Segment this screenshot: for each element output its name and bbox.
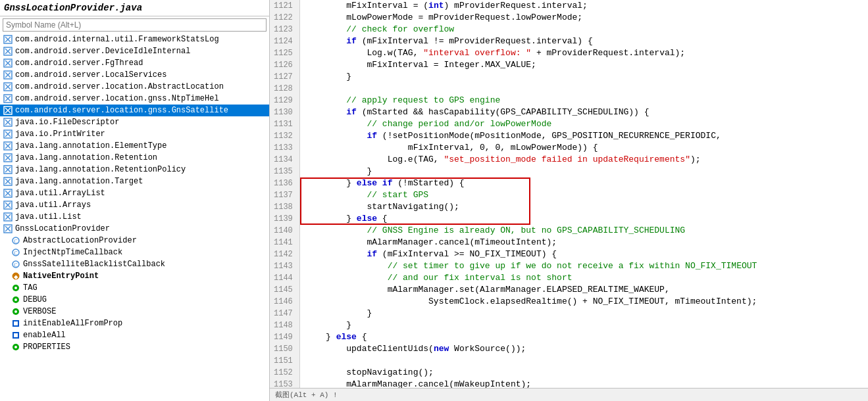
tree-icon-item19: C bbox=[11, 247, 21, 258]
line-num-1142: 1142 bbox=[274, 248, 295, 260]
code-line-1141: mAlarmManager.cancel(mTimeoutIntent); bbox=[305, 237, 863, 248]
line-num-1124: 1124 bbox=[274, 35, 295, 47]
code-line-1150: updateClientUids(new WorkSource()); bbox=[305, 343, 863, 355]
line-num-1139: 1139 bbox=[274, 213, 295, 225]
tree-icon-item23 bbox=[11, 295, 21, 305]
line-num-1151: 1151 bbox=[274, 355, 295, 367]
tree-icon-item10 bbox=[3, 141, 13, 151]
line-num-1132: 1132 bbox=[274, 130, 295, 142]
tree-item-item20[interactable]: C GnssSatelliteBlacklistCallback bbox=[0, 258, 269, 270]
line-num-1148: 1148 bbox=[274, 319, 295, 331]
tree-item-item9[interactable]: java.io.PrintWriter bbox=[0, 128, 269, 140]
code-line-1127: } bbox=[305, 71, 863, 83]
tree-item-item22[interactable]: TAG bbox=[0, 282, 269, 294]
line-num-1133: 1133 bbox=[274, 142, 295, 154]
line-num-1123: 1123 bbox=[274, 24, 295, 35]
tree-icon-item27 bbox=[11, 342, 21, 352]
tree-item-item24[interactable]: VERBOSE bbox=[0, 306, 269, 318]
code-line-1138: startNavigating(); bbox=[305, 201, 863, 213]
line-num-1150: 1150 bbox=[274, 343, 295, 355]
tree-item-item8[interactable]: java.io.FileDescriptor bbox=[0, 116, 269, 128]
tree-item-item4[interactable]: com.android.server.LocalServices bbox=[0, 69, 269, 81]
code-line-1151 bbox=[305, 355, 863, 367]
tree-item-item26[interactable]: enableAll bbox=[0, 329, 269, 341]
tree-item-item15[interactable]: java.util.Arrays bbox=[0, 199, 269, 211]
line-num-1144: 1144 bbox=[274, 272, 295, 284]
tree-item-item10[interactable]: java.lang.annotation.ElementType bbox=[0, 140, 269, 152]
tree-label-item21: NativeEntryPoint bbox=[23, 271, 99, 281]
code-line-1146: SystemClock.elapsedRealtime() + NO_FIX_T… bbox=[305, 296, 863, 308]
tree-label-item26: enableAll bbox=[23, 331, 66, 340]
code-container: 1121112211231124112511261127112811291130… bbox=[270, 0, 868, 401]
panel-title: GnssLocationProvider.java bbox=[0, 0, 269, 16]
tree-item-item16[interactable]: java.util.List bbox=[0, 211, 269, 223]
tree-item-item23[interactable]: DEBUG bbox=[0, 294, 269, 306]
tree-label-item12: java.lang.annotation.RetentionPolicy bbox=[15, 165, 186, 174]
code-line-1128 bbox=[305, 83, 863, 95]
tree-item-item25[interactable]: initEnableAllFromProp bbox=[0, 318, 269, 329]
line-num-1127: 1127 bbox=[274, 71, 295, 83]
tree-icon-item18: C bbox=[11, 235, 21, 246]
line-num-1130: 1130 bbox=[274, 106, 295, 118]
line-num-1126: 1126 bbox=[274, 59, 295, 71]
code-line-1129: // apply request to GPS engine bbox=[305, 95, 863, 106]
tree-icon-item20: C bbox=[11, 259, 21, 270]
code-line-1122: mLowPowerMode = mProviderRequest.lowPowe… bbox=[305, 12, 863, 24]
code-line-1123: // check for overflow bbox=[305, 24, 863, 35]
line-num-1140: 1140 bbox=[274, 225, 295, 237]
tree-icon-item21: ◆ bbox=[11, 271, 21, 281]
tree-item-item7[interactable]: com.android.server.location.gnss.GnsSate… bbox=[0, 105, 269, 116]
tree-item-item27[interactable]: PROPERTIES bbox=[0, 341, 269, 353]
line-num-1122: 1122 bbox=[274, 12, 295, 24]
tree-icon-item25 bbox=[11, 318, 21, 329]
line-num-1149: 1149 bbox=[274, 331, 295, 343]
symbol-search-input[interactable] bbox=[3, 18, 267, 32]
tree-icon-item17 bbox=[3, 224, 13, 234]
tree-icon-item16 bbox=[3, 212, 13, 222]
svg-text:◆: ◆ bbox=[13, 274, 18, 280]
tree-icon-item4 bbox=[3, 70, 13, 80]
tree-item-item3[interactable]: com.android.server.FgThread bbox=[0, 57, 269, 69]
tree-icon-item22 bbox=[11, 283, 21, 293]
tree-item-item18[interactable]: C AbstractLocationProvider bbox=[0, 235, 269, 247]
code-line-1152: stopNavigating(); bbox=[305, 367, 863, 379]
tree-label-item5: com.android.server.location.AbstractLoca… bbox=[15, 82, 224, 91]
svg-point-70 bbox=[14, 346, 17, 348]
line-num-1129: 1129 bbox=[274, 95, 295, 106]
tree-item-item5[interactable]: com.android.server.location.AbstractLoca… bbox=[0, 81, 269, 93]
tree-icon-item26 bbox=[11, 330, 21, 341]
tree-item-item12[interactable]: java.lang.annotation.RetentionPolicy bbox=[0, 164, 269, 176]
code-panel[interactable]: 1121112211231124112511261127112811291130… bbox=[270, 0, 868, 401]
tree-item-item11[interactable]: java.lang.annotation.Retention bbox=[0, 152, 269, 164]
tree-item-item6[interactable]: com.android.server.location.gnss.NtpTime… bbox=[0, 93, 269, 105]
tree-item-item19[interactable]: C InjectNtpTimeCallback bbox=[0, 247, 269, 258]
left-panel: GnssLocationProvider.java com.android.in… bbox=[0, 0, 270, 401]
line-num-1138: 1138 bbox=[274, 201, 295, 213]
svg-point-60 bbox=[14, 287, 17, 289]
code-line-1145: mAlarmManager.set(AlarmManager.ELAPSED_R… bbox=[305, 284, 863, 296]
svg-rect-68 bbox=[14, 333, 18, 337]
tree-label-item14: java.util.ArrayList bbox=[15, 189, 105, 198]
line-num-1136: 1136 bbox=[274, 177, 295, 189]
tree-item-item13[interactable]: java.lang.annotation.Target bbox=[0, 176, 269, 187]
tree-label-item18: AbstractLocationProvider bbox=[23, 236, 137, 245]
tree-item-item17[interactable]: GnssLocationProvider bbox=[0, 223, 269, 235]
tree-label-item9: java.io.PrintWriter bbox=[15, 130, 105, 139]
tree-item-item21[interactable]: ◆ NativeEntryPoint bbox=[0, 270, 269, 282]
code-line-1143: // set timer to give up if we do not rec… bbox=[305, 260, 863, 272]
tree-item-item14[interactable]: java.util.ArrayList bbox=[0, 187, 269, 199]
code-line-1139: } else { bbox=[305, 213, 863, 225]
tree-icon-item15 bbox=[3, 200, 13, 210]
code-line-1140: // GNSS Engine is already ON, but no GPS… bbox=[305, 225, 863, 237]
tree-label-item19: InjectNtpTimeCallback bbox=[23, 248, 122, 257]
tree-label-item17: GnssLocationProvider bbox=[15, 224, 110, 233]
tree-label-item6: com.android.server.location.gnss.NtpTime… bbox=[15, 94, 219, 103]
line-num-1128: 1128 bbox=[274, 83, 295, 95]
tree-icon-item6 bbox=[3, 93, 13, 104]
line-num-1152: 1152 bbox=[274, 367, 295, 379]
line-num-1121: 1121 bbox=[274, 0, 295, 12]
tree-item-item1[interactable]: com.android.internal.util.FrameworkStats… bbox=[0, 34, 269, 45]
code-line-1130: if (mStarted && hasCapability(GPS_CAPABI… bbox=[305, 106, 863, 118]
tree-item-item2[interactable]: com.android.server.DeviceIdleInternal bbox=[0, 45, 269, 57]
code-line-1121: mFixInterval = (int) mProviderRequest.in… bbox=[305, 0, 863, 12]
